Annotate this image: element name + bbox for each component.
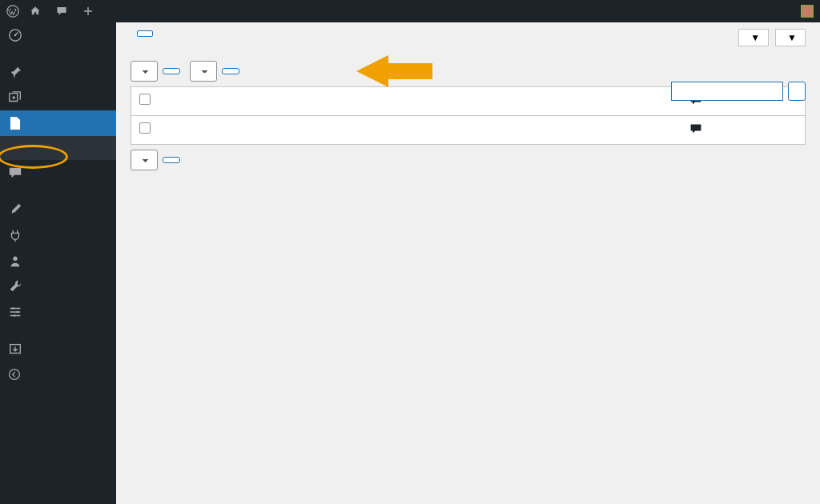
wordpress-icon xyxy=(6,5,19,18)
wrench-icon xyxy=(8,279,22,294)
main-content: ▼ ▼ xyxy=(116,22,820,504)
account-link[interactable] xyxy=(797,5,814,18)
select-all-checkbox[interactable] xyxy=(139,94,151,105)
pages-icon xyxy=(8,116,22,130)
svg-point-9 xyxy=(10,370,20,380)
new-content[interactable] xyxy=(82,5,98,18)
home-icon xyxy=(29,5,42,18)
collapse-icon xyxy=(8,368,21,381)
menu-appearance[interactable] xyxy=(0,197,116,222)
media-icon xyxy=(8,90,22,105)
menu-media[interactable] xyxy=(0,85,116,110)
backup-icon xyxy=(8,342,22,356)
user-icon xyxy=(8,254,22,268)
apply-button-top[interactable] xyxy=(163,68,180,74)
bulk-actions-select[interactable] xyxy=(131,61,158,82)
screen-options-button[interactable]: ▼ xyxy=(738,29,769,46)
svg-point-4 xyxy=(13,257,17,261)
chevron-down-icon: ▼ xyxy=(750,32,760,43)
svg-point-3 xyxy=(12,96,15,99)
menu-posts[interactable] xyxy=(0,59,116,85)
select-all-checkbox-footer[interactable] xyxy=(139,122,151,134)
svg-point-2 xyxy=(14,34,17,37)
date-filter-select[interactable] xyxy=(190,61,217,82)
svg-point-5 xyxy=(12,307,14,310)
avatar xyxy=(801,5,814,18)
col-comments-footer[interactable] xyxy=(681,116,718,145)
add-new-button[interactable] xyxy=(137,30,153,37)
admin-sidebar xyxy=(0,22,116,504)
filter-button[interactable] xyxy=(222,68,239,74)
menu-settings[interactable] xyxy=(0,299,116,325)
pin-icon xyxy=(8,65,22,79)
admin-toolbar xyxy=(0,0,820,22)
svg-point-6 xyxy=(16,311,18,314)
collapse-menu[interactable] xyxy=(0,362,116,387)
plus-icon xyxy=(82,5,94,18)
chevron-down-icon: ▼ xyxy=(787,32,797,43)
col-author-footer xyxy=(601,116,681,145)
menu-plugins[interactable] xyxy=(0,222,116,248)
help-button[interactable]: ▼ xyxy=(775,29,806,46)
menu-comments[interactable] xyxy=(0,160,116,186)
apply-button-bottom[interactable] xyxy=(163,157,180,163)
dashboard-icon xyxy=(8,28,22,42)
menu-tools[interactable] xyxy=(0,274,116,299)
search-input[interactable] xyxy=(671,82,783,101)
wp-logo[interactable] xyxy=(6,5,19,18)
comments-bubble[interactable] xyxy=(55,5,72,18)
admin-footer xyxy=(116,486,820,504)
comment-icon xyxy=(8,166,22,180)
col-author xyxy=(601,87,681,116)
brush-icon xyxy=(8,202,22,217)
site-link[interactable] xyxy=(29,5,46,18)
comment-icon xyxy=(55,5,68,18)
status-filters xyxy=(131,45,806,56)
menu-pages[interactable] xyxy=(0,110,116,136)
bulk-actions-select-bottom[interactable] xyxy=(131,150,158,170)
menu-users[interactable] xyxy=(0,248,116,274)
menu-backupbuddy[interactable] xyxy=(0,336,116,362)
sliders-icon xyxy=(8,305,22,319)
plug-icon xyxy=(8,228,22,242)
menu-dashboard[interactable] xyxy=(0,22,116,48)
search-pages-button[interactable] xyxy=(788,82,806,101)
svg-point-7 xyxy=(14,314,16,317)
